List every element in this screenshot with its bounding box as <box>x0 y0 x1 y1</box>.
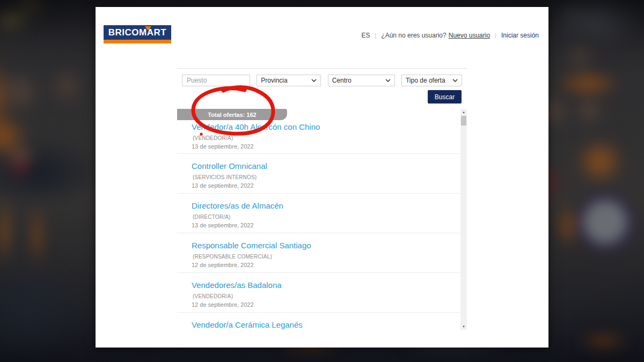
job-date: 12 de septiembre, 2022 <box>192 301 460 308</box>
total-offers-label: Total ofertas: 162 <box>208 112 256 118</box>
logo-orange-bar <box>104 40 171 43</box>
tipo-de-oferta-select-label: Tipo de oferta <box>406 77 445 84</box>
new-user-prompt: ¿Aún no eres usuario? <box>381 32 446 39</box>
puesto-input[interactable] <box>182 75 250 86</box>
job-title-link[interactable]: Vendedores/as Badalona <box>192 280 282 290</box>
buscar-button[interactable]: Buscar <box>428 90 462 104</box>
logo-navy-band: BRICOMART <box>104 25 171 40</box>
provincia-select[interactable]: Provincia <box>257 75 321 86</box>
job-list: Vendedor/a 40h Alcorcón con Chino (VENDE… <box>177 120 460 330</box>
centro-select-label: Centro <box>332 77 352 84</box>
job-listing-row: Vendedores/as Badalona (VENDEDOR/A) 12 d… <box>177 273 460 313</box>
results-panel: Total ofertas: 162 Vendedor/a 40h Alcorc… <box>177 109 467 330</box>
logo-text: BRICOMART <box>108 28 166 37</box>
total-offers-ribbon: Total ofertas: 162 <box>177 109 287 120</box>
job-listing-row: Vendedor/a 40h Alcorcón con Chino (VENDE… <box>177 120 460 154</box>
scroll-down-button[interactable]: ▼ <box>460 323 467 330</box>
tipo-de-oferta-select[interactable]: Tipo de oferta <box>401 75 462 86</box>
login-link[interactable]: Iniciar sesión <box>501 32 539 39</box>
job-category: (RESPONSABLE COMERCIAL) <box>192 254 460 260</box>
new-user-area: ¿Aún no eres usuario? Nuevo usuario <box>381 32 490 39</box>
main-card: BRICOMART ES | ¿Aún no eres usuario? Nue… <box>96 7 548 348</box>
job-date: 13 de septiembre, 2022 <box>192 222 460 228</box>
provincia-select-label: Provincia <box>261 77 287 84</box>
header-divider: | <box>375 32 376 39</box>
job-category: (DIRECTOR/A) <box>192 214 460 220</box>
job-date: 12 de septiembre, 2022 <box>192 262 460 268</box>
bricomart-logo[interactable]: BRICOMART <box>104 25 171 43</box>
page: BRICOMART ES | ¿Aún no eres usuario? Nue… <box>0 0 644 362</box>
job-title-link[interactable]: Controller Omnicanal <box>192 161 267 171</box>
job-title-link[interactable]: Vendedor/a 40h Alcorcón con Chino <box>192 122 320 131</box>
job-listing-row: Vendedor/a Cerámica Leganés <box>177 313 460 330</box>
new-user-link[interactable]: Nuevo usuario <box>449 32 490 39</box>
job-title-link[interactable]: Vendedor/a Cerámica Leganés <box>192 320 303 329</box>
job-listing-row: Controller Omnicanal (SERVICIOS INTERNOS… <box>177 154 460 194</box>
job-date: 13 de septiembre, 2022 <box>192 143 460 150</box>
job-title-link[interactable]: Responsable Comercial Santiago <box>192 241 311 250</box>
header-links: ES | ¿Aún no eres usuario? Nuevo usuario… <box>361 32 539 39</box>
scrollbar-thumb[interactable] <box>461 116 466 125</box>
logo-triangle-icon <box>145 26 151 31</box>
centro-select[interactable]: Centro <box>328 75 395 86</box>
chevron-down-icon <box>452 79 458 82</box>
chevron-down-icon <box>311 79 317 82</box>
scroll-up-button[interactable]: ▲ <box>460 109 467 115</box>
job-category: (SERVICIOS INTERNOS) <box>192 174 460 180</box>
language-selector[interactable]: ES <box>361 32 370 39</box>
job-category: (VENDEDOR/A) <box>192 293 460 299</box>
job-listing-row: Directores/as de Almacén (DIRECTOR/A) 13… <box>177 194 460 233</box>
filter-panel: Provincia Centro Tipo de oferta <box>177 68 467 86</box>
job-listing-row: Responsable Comercial Santiago (RESPONSA… <box>177 233 460 273</box>
job-title-link[interactable]: Directores/as de Almacén <box>192 201 283 210</box>
scroll-down-icon: ▼ <box>462 325 465 328</box>
chevron-down-icon <box>385 79 391 82</box>
scrollbar[interactable]: ▲ ▼ <box>460 109 467 330</box>
scroll-up-icon: ▲ <box>462 110 465 114</box>
job-date: 13 de septiembre, 2022 <box>192 182 460 189</box>
job-category: (VENDEDOR/A) <box>192 135 460 141</box>
header-divider: | <box>495 32 496 39</box>
